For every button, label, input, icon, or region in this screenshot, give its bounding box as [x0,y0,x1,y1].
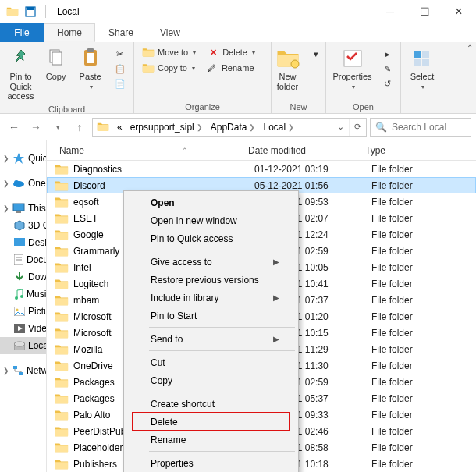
nav-item[interactable]: Videos [0,320,46,337]
rename-button[interactable]: 🖉Rename [203,61,258,75]
context-menu-item[interactable]: Pin to Quick access [126,229,297,247]
save-icon[interactable] [25,6,36,17]
svg-rect-1 [27,7,34,10]
nav-item[interactable]: 3D Objects [0,217,46,234]
close-button[interactable]: × [442,0,476,23]
minimize-button[interactable]: ─ [373,0,407,23]
context-menu-item[interactable]: Open in new window [126,211,297,229]
nav-item[interactable]: ❯This PC [0,200,46,217]
folder-icon [55,261,69,274]
svg-point-15 [14,180,19,185]
breadcrumb-seg[interactable]: Local [263,122,286,133]
context-menu-item[interactable]: Properties [126,454,297,472]
context-menu-item[interactable]: Copy [126,371,297,389]
context-menu-item[interactable]: Pin to Start [126,307,297,325]
svg-marker-13 [13,153,24,164]
context-menu-item[interactable]: Include in library▶ [126,289,297,307]
navigation-pane: ❯Quick access❯OneDrive❯This PC3D Objects… [0,140,47,472]
column-type[interactable]: Type [359,140,476,160]
rename-icon: 🖉 [206,62,218,74]
up-button[interactable]: ↑ [70,118,89,137]
refresh-button[interactable]: ⟳ [349,119,366,136]
properties-button[interactable]: Properties▾ [329,45,375,92]
pic-icon [14,305,25,318]
pin-to-quick-access-button[interactable]: Pin to Quick access [4,45,37,103]
folder-icon [55,327,69,339]
folder-icon [55,442,69,454]
window-title: Local [57,6,80,17]
history-button[interactable]: ↺ [378,76,397,90]
svg-point-7 [291,60,299,68]
nav-item[interactable]: Documents [0,251,46,268]
nav-item[interactable]: Local Disk [0,337,46,354]
context-menu-item[interactable]: Delete [126,413,297,431]
nav-item[interactable]: Pictures [0,303,46,320]
tab-file[interactable]: File [0,23,44,42]
search-input[interactable]: 🔍 Search Local [370,118,471,137]
context-menu-item[interactable]: Rename [126,431,297,449]
copy-button[interactable]: Copy [41,45,72,83]
folder-icon [55,343,69,356]
context-menu: OpenOpen in new windowPin to Quick acces… [123,190,299,472]
clipboard-group-caption: Clipboard [48,103,85,114]
address-bar[interactable]: « erpsupport_sipl❯ AppData❯ Local❯ ⌄ ⟳ [92,118,367,137]
nav-item[interactable]: Desktop [0,234,46,251]
new-folder-button[interactable]: New folder [272,45,304,93]
address-dropdown-button[interactable]: ⌄ [332,119,349,136]
context-menu-item[interactable]: Open [126,193,297,211]
nav-item[interactable]: Music [0,286,46,303]
tab-view[interactable]: View [147,23,194,42]
collapse-ribbon-button[interactable]: ⌃ [467,44,473,52]
menu-separator [149,392,295,392]
paste-button[interactable]: Paste▾ [75,45,106,92]
breadcrumb-seg[interactable]: AppData [211,122,247,133]
context-menu-item[interactable]: Send to▶ [126,330,297,348]
column-date[interactable]: Date modified [242,140,359,160]
move-to-button[interactable]: Move to▾ [139,45,199,59]
maximize-button[interactable]: ☐ [407,0,442,23]
forward-button[interactable]: → [27,118,45,137]
nav-item[interactable]: ❯Quick access [0,150,46,167]
folder-icon [55,163,69,176]
paste-shortcut-button[interactable]: 📄 [111,76,130,90]
doc-icon [14,254,23,266]
folder-icon [55,311,69,323]
svg-rect-3 [52,52,62,65]
svg-rect-9 [414,51,421,58]
desktop-icon [14,236,25,249]
edit-button[interactable]: ✎ [378,62,397,76]
context-menu-item[interactable]: Restore previous versions [126,271,297,289]
menu-separator [149,250,295,250]
recent-button[interactable]: ▾ [48,118,67,137]
organize-group-caption: Organize [185,101,220,112]
open-button[interactable]: ▸ [378,47,397,61]
copy-to-button[interactable]: Copy to▾ [139,61,198,75]
context-menu-item[interactable]: Cut [126,353,297,371]
column-name[interactable]: Name⌃ [47,140,242,160]
disk-icon [14,339,25,352]
tab-share[interactable]: Share [95,23,147,42]
nav-item[interactable]: ❯OneDrive [0,175,46,192]
context-menu-item[interactable]: Create shortcut [126,395,297,413]
tab-home[interactable]: Home [44,23,95,42]
folder-icon [55,212,69,225]
copy-path-button[interactable]: 📋 [111,62,130,76]
nav-item[interactable]: ❯Network [0,362,46,379]
context-menu-item[interactable]: Give access to▶ [126,253,297,271]
table-row[interactable]: Diagnostics01-12-2021 03:19File folder [47,161,476,177]
nav-item[interactable]: Downloads [0,268,46,286]
select-button[interactable]: Select▾ [407,45,438,92]
breadcrumb-seg[interactable]: erpsupport_sipl [130,122,194,133]
svg-marker-18 [15,221,24,230]
delete-button[interactable]: ✕Delete▾ [204,45,258,59]
cut-button[interactable]: ✂ [111,47,130,61]
svg-point-24 [20,295,23,298]
new-item-button[interactable]: ▾ [307,47,325,61]
folder-icon [55,229,69,241]
net-icon [12,364,23,377]
svg-rect-16 [13,204,24,211]
svg-rect-5 [87,53,94,63]
folder-icon [55,245,69,257]
svg-rect-12 [422,59,429,66]
back-button[interactable]: ← [5,118,23,137]
